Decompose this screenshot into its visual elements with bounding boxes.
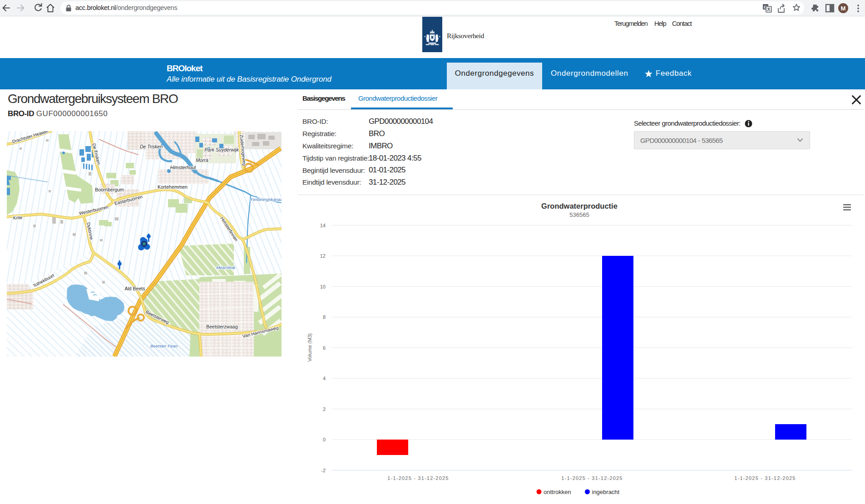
svg-text:0: 0 [323,437,326,442]
svg-text:14: 14 [320,223,326,228]
svg-text:1-1-2025 - 31-12-2025: 1-1-2025 - 31-12-2025 [734,475,796,481]
svg-text:Krite: Krite [13,215,23,220]
svg-text:6: 6 [323,345,326,351]
svg-text:Park Suyderwijk: Park Suyderwijk [204,147,239,152]
svg-text:Boornbergum: Boornbergum [95,187,124,192]
svg-text:Volume (M3): Volume (M3) [307,333,312,362]
svg-text:onttrokken: onttrokken [544,489,571,495]
svg-text:1-1-2025 - 31-12-2025: 1-1-2025 - 31-12-2025 [387,475,449,481]
svg-text:Morrà: Morrà [196,157,208,163]
svg-text:Beetster Feart: Beetster Feart [150,343,178,348]
svg-text:De Trisken: De Trisken [140,144,163,149]
svg-text:1-1-2025 - 31-12-2025: 1-1-2025 - 31-12-2025 [561,475,623,481]
svg-text:10: 10 [320,284,326,289]
svg-text:Grondwaterproductie: Grondwaterproductie [541,202,618,210]
svg-text:4: 4 [323,376,326,381]
svg-text:Ald Beets: Ald Beets [125,286,145,291]
svg-text:M: M [841,5,846,12]
svg-text:Ferbiningskanaal: Ferbiningskanaal [251,197,282,202]
svg-text:ingebracht: ingebracht [592,489,620,495]
svg-text:2: 2 [323,406,326,412]
svg-text:Beetsterzwaag: Beetsterzwaag [206,324,238,329]
svg-text:536565: 536565 [569,211,589,218]
svg-text:-2: -2 [321,468,326,473]
svg-text:12: 12 [320,253,326,259]
svg-text:Kortehemmen: Kortehemmen [158,184,188,190]
svg-text:Mearsleat: Mearsleat [216,265,235,270]
svg-text:Himsterhout: Himsterhout [170,165,197,170]
svg-text:8: 8 [323,314,326,320]
